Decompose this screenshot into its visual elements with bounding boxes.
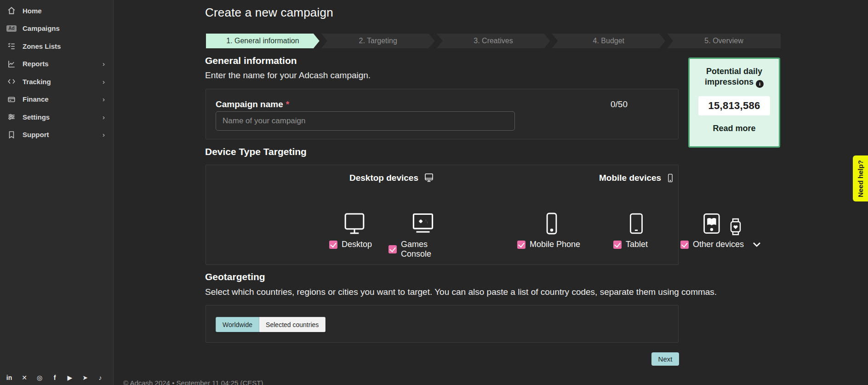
chevron-right-icon: › [103,131,105,138]
selected-countries-toggle-button[interactable]: Selected countries [259,317,326,332]
linkedin-icon[interactable]: in [5,373,14,382]
sidebar-item-label: Zones Lists [23,42,61,50]
chevron-right-icon: › [103,95,105,103]
reports-chart-icon [6,59,17,69]
geotargeting-heading: Geotargeting [205,271,265,282]
device-option-games-console: Games Console [388,210,457,259]
worldwide-toggle-button[interactable]: Worldwide [216,317,259,332]
char-counter: 0/50 [611,99,628,109]
games-console-checkbox-label: Games Console [401,240,457,259]
sidebar-item-label: Finance [23,95,49,103]
step-targeting[interactable]: 2. Targeting [321,34,435,48]
chevron-right-icon: › [103,60,105,68]
desktop-devices-icon [423,172,435,184]
need-help-label: Need help? [857,160,864,197]
tracking-code-icon [6,76,17,86]
x-twitter-icon[interactable]: ✕ [20,373,29,382]
sidebar-item-finance[interactable]: Finance › [0,91,113,109]
campaign-name-input[interactable] [216,111,515,131]
other-devices-checkbox[interactable] [680,241,689,249]
tiktok-icon[interactable]: ♪ [96,373,105,382]
chevron-right-icon: › [103,78,105,86]
mobile-phone-icon [517,210,586,237]
device-targeting-card: Desktop devices Mobile devices Desktop [206,165,679,265]
desktop-checkbox[interactable] [329,241,337,249]
support-icon [6,130,17,140]
sidebar-item-label: Campaigns [23,24,60,32]
step-budget[interactable]: 4. Budget [552,34,665,48]
zones-list-icon [6,41,17,51]
chevron-down-icon[interactable] [753,242,761,247]
step-general-information[interactable]: 1. General information [206,34,320,48]
mobile-phone-checkbox[interactable] [517,241,525,249]
need-help-tab[interactable]: Need help? [853,155,868,201]
games-console-checkbox[interactable] [388,245,397,253]
mobile-devices-group-label: Mobile devices [599,172,675,184]
app-window: Home Ad Campaigns Zones Lists Reports [0,0,868,385]
youtube-icon[interactable]: ▶ [65,373,74,382]
desktop-checkbox-label: Desktop [342,240,372,249]
general-information-description: Enter the name for your Adcash campaign. [205,70,371,80]
sidebar-item-settings[interactable]: Settings › [0,108,113,126]
tablet-checkbox-label: Tablet [626,240,648,249]
facebook-icon[interactable]: f [50,373,59,382]
read-more-link[interactable]: Read more [690,124,779,133]
wizard-steps: 1. General information 2. Targeting 3. C… [206,34,781,48]
next-button[interactable]: Next [651,352,679,366]
other-devices-icon [680,210,763,237]
potential-impressions-panel: Potential daily impressionsi 15,813,586 … [688,57,780,148]
sidebar-nav: Home Ad Campaigns Zones Lists Reports [0,0,113,144]
general-information-heading: General information [205,55,297,66]
sidebar-item-tracking[interactable]: Tracking › [0,73,113,91]
chevron-right-icon: › [103,113,105,121]
device-option-desktop: Desktop [329,210,380,249]
mobile-devices-icon [666,172,675,184]
home-icon [6,6,17,16]
sidebar-item-label: Support [23,131,49,138]
ereader-icon [700,210,724,237]
device-option-other-devices: Other devices [680,210,763,249]
geotargeting-card: Worldwide Selected countries [206,305,679,343]
desktop-icon [329,210,380,237]
tablet-checkbox[interactable] [613,241,622,249]
sidebar-item-label: Settings [23,113,50,121]
required-asterisk: * [286,99,289,109]
step-creatives[interactable]: 3. Creatives [437,34,550,48]
campaign-name-label-row: Campaign name * [216,99,628,109]
page-title: Create a new campaign [205,6,333,20]
geo-scope-toggle: Worldwide Selected countries [216,317,326,332]
settings-sliders-icon [6,112,17,122]
sidebar-item-support[interactable]: Support › [0,126,113,144]
sidebar-item-home[interactable]: Home [0,2,113,20]
sidebar-item-reports[interactable]: Reports › [0,55,113,73]
smartwatch-icon [728,217,743,237]
sidebar-item-label: Tracking [23,78,51,86]
sidebar: Home Ad Campaigns Zones Lists Reports [0,0,114,385]
sidebar-item-zones-lists[interactable]: Zones Lists [0,37,113,55]
campaign-name-card: Campaign name * 0/50 [206,89,679,139]
device-targeting-heading: Device Type Targeting [205,146,307,157]
mobile-phone-checkbox-label: Mobile Phone [530,240,580,249]
geotargeting-description: Select which countries, regions or citie… [205,287,717,297]
sidebar-item-label: Home [23,7,42,15]
impressions-title: Potential daily impressionsi [690,66,779,88]
instagram-icon[interactable]: ◎ [35,373,44,382]
campaigns-ad-icon: Ad [6,23,17,34]
social-links: in ✕ ◎ f ▶ ➤ ♪ [5,373,105,382]
device-option-mobile-phone: Mobile Phone [517,210,586,249]
main-content: Create a new campaign 1. General informa… [114,0,868,385]
tablet-icon [613,210,659,237]
step-overview[interactable]: 5. Overview [667,34,781,48]
sidebar-item-campaigns[interactable]: Ad Campaigns [0,20,113,38]
finance-card-icon [6,94,17,104]
campaign-name-label: Campaign name [216,99,283,109]
copyright-text: © Adcash 2024 • September 11 04:25 (CEST… [123,379,263,385]
games-console-icon [388,210,457,237]
info-icon[interactable]: i [756,80,764,88]
telegram-icon[interactable]: ➤ [80,373,90,382]
desktop-devices-group-label: Desktop devices [349,172,435,184]
impressions-value: 15,813,586 [698,96,770,115]
sidebar-item-label: Reports [23,60,49,68]
device-option-tablet: Tablet [613,210,659,249]
other-devices-checkbox-label: Other devices [693,240,744,249]
